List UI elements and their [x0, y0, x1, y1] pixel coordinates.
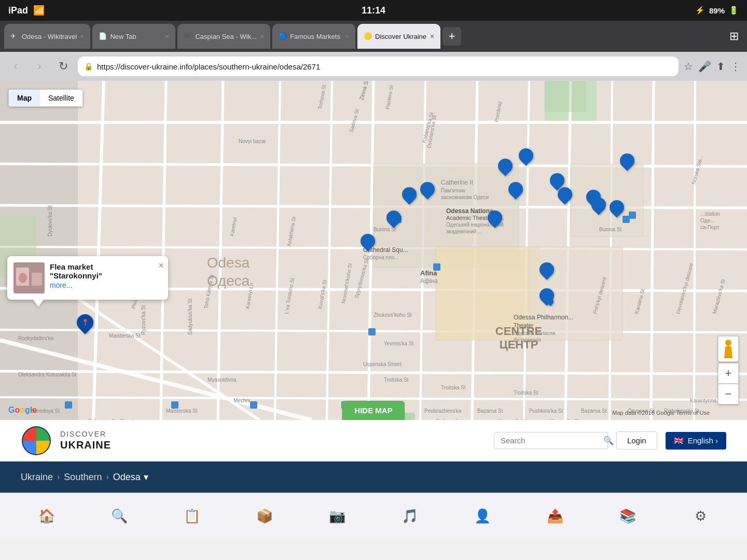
tab-title-discover: Discover Ukraine [375, 33, 427, 40]
map-popup: Flea market "Starokonnyi" more... × [7, 256, 168, 300]
tab-caspian[interactable]: W Caspian Sea - Wik... × [177, 24, 270, 49]
bottom-nav-books[interactable]: 📚 [607, 508, 648, 524]
language-button[interactable]: 🇬🇧 English › [666, 432, 726, 450]
map-pin-12[interactable] [550, 173, 564, 188]
search-submit-button[interactable]: 🔍 [603, 436, 614, 445]
svg-text:Catherine II: Catherine II [441, 179, 473, 186]
map-pin-8[interactable] [519, 148, 533, 163]
breadcrumb-bar: Ukraine › Southern › Odesa ▾ [0, 461, 747, 493]
bottom-nav-camera[interactable]: 📷 [316, 508, 358, 524]
map-pin-7[interactable] [488, 211, 502, 225]
pin-body-15 [588, 194, 609, 215]
map-pin-5[interactable] [498, 159, 513, 173]
forward-button[interactable]: › [30, 57, 49, 76]
map-pin-2[interactable] [386, 211, 401, 225]
map-pin-15[interactable] [591, 198, 606, 212]
search-box[interactable]: 🔍 [494, 432, 608, 449]
svg-text:Афіна: Афіна [420, 277, 438, 285]
pin-body-4 [417, 179, 438, 200]
svg-text:засновникам Одеси: засновникам Одеси [441, 194, 489, 200]
breadcrumb-odesa[interactable]: Odesa ▾ [113, 471, 148, 483]
flag-icon: 🇬🇧 [674, 436, 684, 445]
zoom-in-button[interactable]: + [718, 363, 739, 384]
street-view-control[interactable] [718, 336, 739, 362]
tab-close-caspian[interactable]: × [260, 32, 264, 40]
map-pin-4[interactable] [420, 182, 435, 197]
share-button[interactable]: ⬆ [716, 60, 725, 73]
map-type-map-button[interactable]: Map [9, 90, 40, 106]
tab-bar: ✈ Odesa - Wikitravel × 📄 New Tab × W Cas… [0, 21, 747, 52]
map-pin-1[interactable] [361, 234, 375, 248]
bottom-nav-settings[interactable]: ⚙ [680, 508, 721, 524]
tab-newtab[interactable]: 📄 New Tab × [92, 24, 175, 49]
breadcrumb-sep-2: › [106, 472, 108, 482]
svg-text:філармонія: філармонія [514, 337, 541, 343]
map-container[interactable]: Odesa Одеса MOLDAVANKA МОЛДАВАНКА CENTRE… [0, 81, 747, 420]
login-button[interactable]: Login [616, 431, 657, 450]
tab-famous[interactable]: 🔵 Famous Markets × [272, 24, 355, 49]
lang-label: English › [688, 436, 718, 445]
share-nav-icon: 📤 [547, 508, 563, 524]
bottom-nav-box[interactable]: 📦 [244, 508, 285, 524]
map-pin-17[interactable] [620, 153, 634, 168]
tab-discover[interactable]: 🟡 Discover Ukraine × [357, 24, 440, 49]
bottom-nav-profile[interactable]: 👤 [462, 508, 503, 524]
bottom-nav-share[interactable]: 📤 [534, 508, 576, 524]
svg-text:Bunina St: Bunina St [599, 227, 622, 232]
popup-close-button[interactable]: × [158, 260, 164, 271]
map-pin-6[interactable] [508, 182, 523, 197]
tab-favicon-newtab: 📄 [99, 32, 107, 40]
map-pin-11[interactable] [547, 299, 554, 305]
tab-odesa[interactable]: ✈ Odesa - Wikitravel × [4, 24, 90, 49]
map-pin-16[interactable] [610, 200, 624, 215]
tab-close-famous[interactable]: × [345, 32, 349, 40]
svg-text:Uspens'kyi Ln: Uspens'kyi Ln [498, 418, 530, 420]
svg-text:Пам'ятник: Пам'ятник [441, 188, 466, 193]
hide-map-button[interactable]: HIDE MAP [342, 401, 405, 420]
discover-logo[interactable]: DISCOVER UKRAINE [21, 425, 111, 456]
more-button[interactable]: ⋮ [730, 60, 741, 73]
bookmark-button[interactable]: ☆ [684, 60, 693, 73]
map-pin-active[interactable]: 📍 [77, 314, 93, 331]
tab-favicon-discover: 🟡 [364, 32, 372, 40]
map-type-satellite-button[interactable]: Satellite [40, 90, 82, 106]
search-input[interactable] [501, 436, 599, 445]
svg-text:Bazarna St: Bazarna St [477, 408, 503, 414]
back-button[interactable]: ‹ [6, 57, 25, 76]
breadcrumb-current-label: Odesa [113, 472, 141, 483]
svg-text:Onilovoi Ln: Onilovoi Ln [436, 418, 462, 420]
svg-text:Odessa Philharmon...: Odessa Philharmon... [514, 314, 573, 321]
zoom-out-button[interactable]: − [718, 384, 739, 404]
breadcrumb-ukraine[interactable]: Ukraine [21, 472, 53, 483]
svg-rect-112 [250, 401, 257, 409]
tab-grid-button[interactable]: ⊞ [725, 27, 743, 45]
svg-text:Maisterska St: Maisterska St [109, 333, 141, 339]
breadcrumb-southern[interactable]: Southern [64, 472, 102, 483]
microphone-button[interactable]: 🎤 [698, 60, 711, 73]
map-pin-13[interactable] [558, 187, 572, 202]
tab-close-newtab[interactable]: × [165, 32, 169, 40]
map-pin-9[interactable] [540, 262, 554, 277]
new-tab-button[interactable]: + [442, 27, 461, 46]
map-pin-3[interactable] [402, 187, 417, 202]
breadcrumb-dropdown-icon: ▾ [144, 471, 148, 483]
url-bar[interactable]: 🔒 https://discover-ukraine.info/places/s… [78, 57, 679, 76]
bottom-nav-home[interactable]: 🏠 [26, 508, 67, 524]
bottom-nav-list[interactable]: 📋 [171, 508, 213, 524]
tab-favicon-caspian: W [184, 32, 192, 40]
svg-rect-121 [32, 273, 42, 286]
reload-button[interactable]: ↻ [54, 57, 73, 76]
tab-close-odesa[interactable]: × [80, 32, 84, 40]
bottom-nav-music[interactable]: 🎵 [389, 508, 431, 524]
tab-favicon-famous: 🔵 [279, 32, 287, 40]
popup-more-link[interactable]: more... [50, 281, 162, 289]
svg-text:Uspenska St: Uspenska St [550, 418, 579, 420]
bottom-nav-search[interactable]: 🔍 [99, 508, 140, 524]
logo-text: DISCOVER UKRAINE [60, 430, 111, 451]
svg-text:Rozkydailivs'ka: Rozkydailivs'ka [18, 335, 53, 341]
breadcrumb-sep-1: › [57, 472, 60, 482]
svg-text:Myasoidivna: Myasoidivna [208, 377, 237, 383]
svg-text:Dyukivs'ka St: Dyukivs'ka St [47, 205, 53, 236]
svg-line-16 [694, 81, 695, 420]
tab-close-discover[interactable]: × [430, 32, 434, 40]
